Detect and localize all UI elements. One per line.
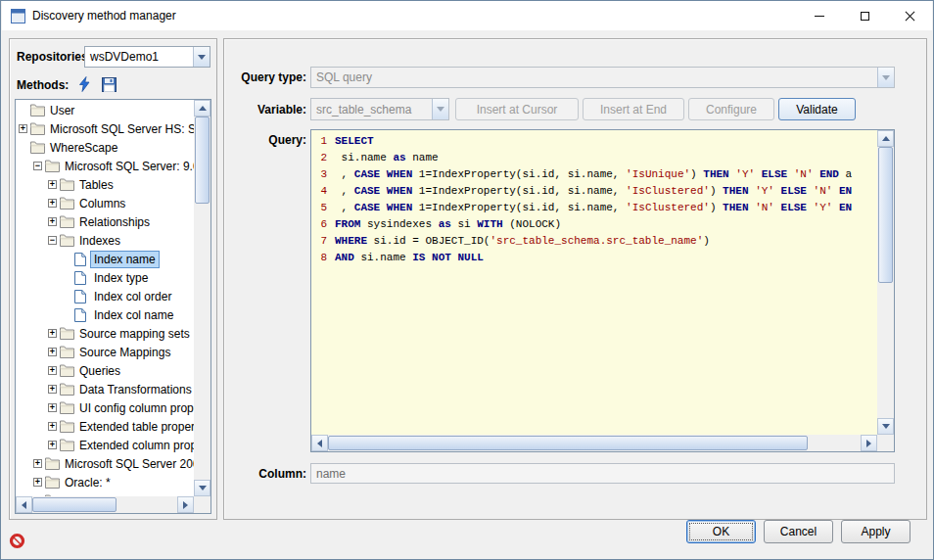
folder-icon (60, 178, 76, 191)
validate-button[interactable]: Validate (778, 98, 856, 120)
scroll-right-icon[interactable] (861, 435, 877, 451)
discovery-method-manager-dialog: Discovery method manager Repositories: w… (0, 0, 934, 560)
folder-icon (30, 104, 47, 117)
document-icon (74, 253, 91, 266)
expander-spacer (19, 143, 27, 152)
scroll-left-icon[interactable] (16, 496, 32, 513)
tree-item[interactable]: +Microsoft SQL Server HS: S (17, 119, 194, 138)
query-editor[interactable]: 1SELECT2 si.name as name3 , CASE WHEN 1=… (310, 129, 895, 452)
expand-icon[interactable]: + (48, 385, 57, 394)
tree-item[interactable]: +UI config column prope (17, 398, 194, 417)
tree-item[interactable]: +Source mapping sets (17, 324, 194, 343)
scroll-up-icon[interactable] (194, 100, 210, 117)
scroll-down-icon[interactable] (194, 480, 210, 496)
methods-panel: Repositories: wsDVDemo1 Methods: User+Mi… (9, 38, 217, 520)
tree-item[interactable]: +Source Mappings (17, 343, 194, 361)
cancel-button[interactable]: Cancel (764, 520, 833, 543)
save-methods-icon[interactable] (100, 75, 117, 93)
column-field: name (310, 463, 895, 484)
query-panel: Query type: SQL query Variable: src_tabl… (223, 38, 927, 520)
scroll-right-icon[interactable] (177, 496, 194, 513)
tree-item[interactable]: −Indexes (17, 231, 194, 250)
editor-hscroll-track[interactable] (328, 435, 861, 451)
maximize-button[interactable] (842, 1, 887, 30)
tree-item[interactable]: User (17, 101, 194, 119)
ok-button[interactable]: OK (686, 520, 756, 543)
expand-icon[interactable]: + (48, 441, 57, 449)
expand-icon[interactable]: + (48, 180, 57, 189)
tree-item[interactable]: Index type (17, 268, 194, 287)
insert-at-end-button: Insert at End (583, 98, 684, 120)
tree-item-label: User (47, 103, 77, 118)
code-line: 6FROM sysindexes as si WITH (NOLOCK) (315, 216, 877, 233)
line-number: 1 (315, 133, 327, 150)
scroll-up-icon[interactable] (877, 130, 894, 147)
scrollbar-thumb[interactable] (32, 497, 117, 512)
tree-item[interactable]: Index name (17, 250, 194, 268)
status-icon (9, 533, 25, 549)
tree-item[interactable]: +Microsoft SQL Server 2000 (17, 454, 194, 473)
tree-item[interactable]: +Extended column prop (17, 436, 194, 454)
repository-select[interactable]: wsDVDemo1 (84, 46, 210, 68)
tree-item[interactable]: +Extended table propert (17, 417, 194, 436)
tree-item[interactable]: Index col order (17, 287, 194, 305)
chevron-down-icon[interactable] (193, 47, 210, 67)
tree-item-label: Microsoft SQL Server HS: S (47, 121, 194, 137)
expand-icon[interactable]: + (19, 124, 27, 133)
expand-icon[interactable]: + (33, 459, 42, 468)
refresh-methods-icon[interactable] (75, 75, 93, 93)
folder-icon (30, 141, 47, 154)
tree-container: User+Microsoft SQL Server HS: SWhereScap… (15, 99, 211, 514)
tree-item[interactable]: +Oracle: * (17, 473, 194, 491)
variable-label: Variable: (224, 103, 306, 117)
line-number: 4 (315, 183, 327, 200)
scrollbar-corner (194, 496, 210, 513)
scroll-down-icon[interactable] (877, 418, 894, 435)
tree-item[interactable]: +Relationships (17, 212, 194, 231)
expand-icon[interactable]: + (48, 422, 57, 431)
folder-icon (60, 439, 76, 451)
tree-item[interactable]: +Queries (17, 361, 194, 380)
line-number: 3 (315, 166, 327, 183)
method-tree: User+Microsoft SQL Server HS: SWhereScap… (17, 101, 194, 496)
expand-icon[interactable]: + (48, 403, 57, 412)
tree-item-label: Extended table propert (76, 419, 194, 435)
scrollbar-thumb[interactable] (878, 147, 893, 283)
scrollbar-thumb[interactable] (328, 436, 808, 450)
scrollbar-thumb[interactable] (195, 117, 210, 204)
minimize-button[interactable] (797, 1, 842, 30)
scroll-left-icon[interactable] (311, 435, 328, 451)
apply-button[interactable]: Apply (841, 520, 911, 543)
query-type-value: SQL query (311, 68, 877, 87)
close-button[interactable] (887, 1, 932, 30)
editor-horizontal-scrollbar[interactable] (311, 435, 877, 451)
expand-icon[interactable]: + (48, 199, 57, 208)
collapse-icon[interactable]: − (48, 236, 57, 245)
tree-item-label: Data Transformations (76, 382, 194, 397)
tree-horizontal-scrollbar[interactable] (16, 496, 194, 513)
editor-vscroll-track[interactable] (877, 147, 894, 418)
expand-icon[interactable]: + (48, 366, 57, 375)
tree-item[interactable]: −Microsoft SQL Server: 9.0 - (17, 157, 194, 175)
editor-vertical-scrollbar[interactable] (877, 130, 894, 435)
close-icon (905, 11, 915, 22)
collapse-icon[interactable]: − (33, 162, 42, 170)
folder-icon (45, 476, 62, 489)
tree-hscroll-track[interactable] (32, 496, 177, 513)
tree-item[interactable]: +Columns (17, 194, 194, 212)
expand-icon[interactable]: + (48, 217, 57, 226)
minimize-icon (815, 16, 824, 17)
tree-item[interactable]: Index col name (17, 305, 194, 324)
expand-icon[interactable]: + (48, 329, 57, 338)
tree-vertical-scrollbar[interactable] (194, 100, 210, 496)
tree-item[interactable]: +Data Transformations (17, 380, 194, 398)
tree-item-label: Source Mappings (76, 345, 173, 360)
tree-vscroll-track[interactable] (194, 117, 210, 480)
expand-icon[interactable]: + (48, 348, 57, 356)
expand-icon[interactable]: + (33, 478, 42, 487)
query-editor-lines[interactable]: 1SELECT2 si.name as name3 , CASE WHEN 1=… (311, 131, 877, 435)
tree-item[interactable]: +Tables (17, 175, 194, 194)
expander-spacer (19, 106, 27, 115)
chevron-down-icon (877, 68, 894, 87)
tree-item[interactable]: WhereScape (17, 138, 194, 157)
